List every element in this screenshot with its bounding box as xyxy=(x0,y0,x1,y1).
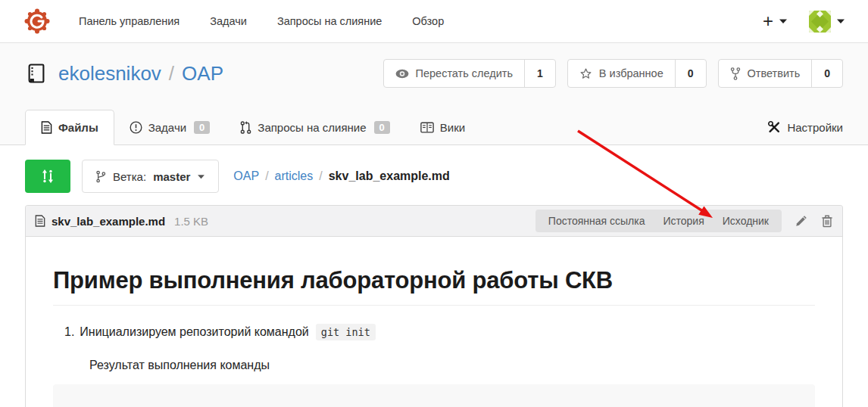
tools-icon xyxy=(767,120,781,134)
navbar-right: + xyxy=(763,11,845,33)
breadcrumb-dir[interactable]: articles xyxy=(275,169,314,183)
delete-file-button[interactable] xyxy=(821,214,833,228)
markdown-content: Пример выполнения лабораторной работы СК… xyxy=(26,237,842,407)
nav-issues[interactable]: Задачи xyxy=(195,15,262,27)
watch-count[interactable]: 1 xyxy=(525,60,555,87)
repo-separator: / xyxy=(169,62,174,85)
user-avatar[interactable] xyxy=(809,11,831,33)
repo-tabs: Файлы Задачи 0 Запросы на слияние 0 xyxy=(25,110,843,144)
file-size: 1.5 KB xyxy=(174,215,208,228)
chevron-down-icon xyxy=(197,174,205,179)
tab-files[interactable]: Файлы xyxy=(25,110,114,145)
markdown-heading: Пример выполнения лабораторной работы СК… xyxy=(53,267,815,306)
breadcrumb-file: skv_lab_example.md xyxy=(329,169,450,183)
trash-icon xyxy=(821,214,833,228)
repo-actions: Перестать следить 1 В избранное 0 xyxy=(383,59,843,88)
repo-title: ekolesnikov / OAP xyxy=(25,62,223,85)
tab-wiki[interactable]: Вики xyxy=(405,110,480,144)
star-button[interactable]: В избранное xyxy=(568,60,676,87)
repo-content: Ветка: master OAP / articles / skv_lab_e… xyxy=(0,160,868,407)
file-icon xyxy=(35,215,45,227)
top-navbar: Панель управления Задачи Запросы на слия… xyxy=(0,0,868,43)
branch-name: master xyxy=(153,170,190,183)
branch-label: Ветка: xyxy=(113,170,146,183)
compare-icon xyxy=(40,168,55,185)
watch-button-group: Перестать следить 1 xyxy=(383,59,556,88)
file-actions: Постоянная ссылка История Исходник xyxy=(535,210,833,232)
breadcrumb-repo[interactable]: OAP xyxy=(233,169,259,183)
repo-name-link[interactable]: OAP xyxy=(182,62,223,85)
gitea-logo-icon[interactable] xyxy=(23,7,52,36)
issue-icon xyxy=(130,121,142,134)
star-count[interactable]: 0 xyxy=(676,60,706,87)
branch-row: Ветка: master OAP / articles / skv_lab_e… xyxy=(25,160,843,193)
star-icon xyxy=(579,67,592,80)
repo-owner-link[interactable]: ekolesnikov xyxy=(58,62,161,85)
fork-count[interactable]: 0 xyxy=(812,60,842,87)
history-button[interactable]: История xyxy=(654,215,713,227)
raw-button[interactable]: Исходник xyxy=(713,215,778,227)
issues-count-badge: 0 xyxy=(194,121,210,134)
markdown-list-item: 1. Инициализируем репозиторий командой g… xyxy=(64,324,815,340)
permalink-button[interactable]: Постоянная ссылка xyxy=(539,215,654,227)
repo-header: ekolesnikov / OAP Перестать следить 1 xyxy=(0,43,868,145)
file-view-buttons: Постоянная ссылка История Исходник xyxy=(535,210,782,232)
breadcrumb: OAP / articles / skv_lab_example.md xyxy=(233,169,449,183)
repo-book-icon xyxy=(25,62,48,85)
fork-button[interactable]: Ответвить xyxy=(719,60,813,87)
file-name: skv_lab_example.md xyxy=(52,215,165,228)
pull-requests-count-badge: 0 xyxy=(374,121,390,134)
inline-code: git init xyxy=(316,324,376,340)
tab-pull-requests[interactable]: Запросы на слияние 0 xyxy=(225,110,404,144)
file-title: skv_lab_example.md 1.5 KB xyxy=(35,215,208,228)
edit-file-button[interactable] xyxy=(795,214,808,228)
pencil-icon xyxy=(795,214,808,228)
nav-explore[interactable]: Обзор xyxy=(397,15,459,27)
star-button-group: В избранное 0 xyxy=(567,59,707,88)
nav-pull-requests[interactable]: Запросы на слияние xyxy=(262,15,397,27)
fork-icon xyxy=(730,67,741,80)
tab-settings[interactable]: Настройки xyxy=(752,110,843,144)
nav-dashboard[interactable]: Панель управления xyxy=(64,15,195,27)
file-header-bar: skv_lab_example.md 1.5 KB Постоянная ссы… xyxy=(26,206,842,237)
wiki-icon xyxy=(420,122,434,133)
file-panel: skv_lab_example.md 1.5 KB Постоянная ссы… xyxy=(25,205,843,407)
chevron-down-icon[interactable] xyxy=(779,18,788,24)
pull-request-icon xyxy=(240,121,251,134)
fork-button-group: Ответвить 0 xyxy=(718,59,843,88)
tab-issues[interactable]: Задачи 0 xyxy=(114,110,226,144)
markdown-paragraph: Результат выполнения команды xyxy=(89,359,815,372)
chevron-down-icon[interactable] xyxy=(836,18,845,24)
unwatch-button[interactable]: Перестать следить xyxy=(384,60,526,87)
branch-selector[interactable]: Ветка: master xyxy=(82,160,219,193)
branch-icon xyxy=(95,170,106,183)
file-icon xyxy=(41,121,52,134)
eye-icon xyxy=(395,69,409,79)
code-block xyxy=(53,384,815,407)
create-new-button[interactable]: + xyxy=(763,12,773,30)
compare-button[interactable] xyxy=(25,160,70,193)
